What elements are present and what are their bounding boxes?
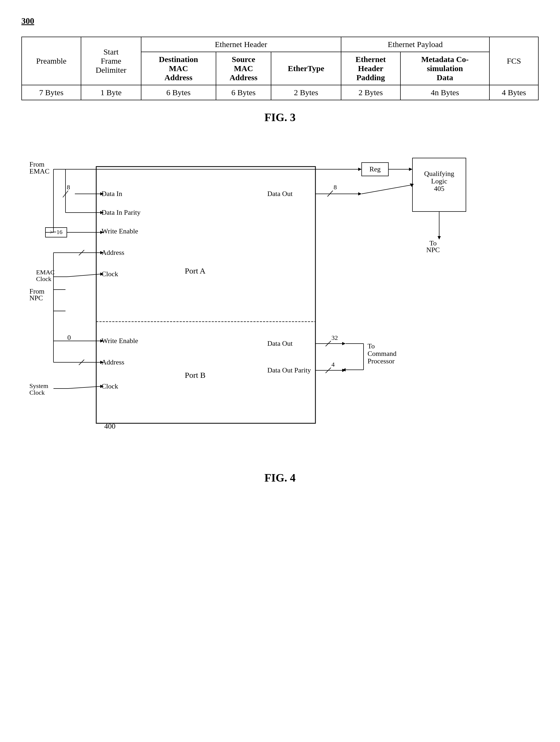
svg-marker-36 — [358, 192, 362, 196]
fcs-header: FCS — [490, 37, 538, 85]
fig4-diagram: Port A Port B Data In 8 Data In Parity W… — [21, 140, 551, 461]
ethernet-frame-table: Preamble StartFrameDelimiter Ethernet He… — [21, 37, 539, 100]
preamble-header: Preamble — [22, 37, 81, 85]
dest-mac-bytes: 6 Bytes — [141, 85, 216, 100]
num-8-data-out: 8 — [334, 184, 337, 191]
port-a-label: Port A — [185, 266, 206, 275]
svg-marker-43 — [438, 236, 441, 240]
svg-marker-40 — [409, 168, 412, 171]
qualifying-logic-label2: Logic — [431, 177, 447, 185]
ethertype-header: EtherType — [271, 52, 341, 85]
src-mac-header: SourceMACAddress — [216, 52, 271, 85]
num-32-label: 32 — [331, 334, 338, 341]
fig3-container: Preamble StartFrameDelimiter Ethernet He… — [21, 37, 539, 100]
port-b-label: Port B — [185, 371, 206, 379]
svg-rect-0 — [96, 167, 316, 423]
eth-padding-bytes: 2 Bytes — [341, 85, 400, 100]
data-out-parity-label: Data Out Parity — [267, 366, 311, 374]
to-npc-label2: NPC — [426, 246, 440, 254]
from-npc-label2: NPC — [30, 294, 43, 302]
src-mac-bytes: 6 Bytes — [216, 85, 271, 100]
svg-marker-48 — [342, 342, 346, 345]
write-enable-porta-label: Write Enable — [102, 227, 138, 235]
svg-line-44 — [362, 185, 412, 194]
from-emac-label: From — [30, 160, 44, 168]
gte16-label: >=16 — [50, 229, 63, 235]
to-command-processor-label3: Processor — [368, 357, 395, 365]
fig4-caption: FIG. 4 — [21, 471, 539, 484]
data-out-portb-label: Data Out — [267, 339, 293, 347]
eth-header-padding-header: EthernetHeaderPadding — [341, 52, 400, 85]
address-porta-label: Address — [102, 249, 124, 256]
fcs-bytes: 4 Bytes — [490, 85, 538, 100]
to-command-processor-label2: Command — [368, 350, 396, 358]
clock-porta-label: Clock — [102, 270, 118, 278]
svg-line-32 — [68, 386, 100, 388]
start-frame-bytes: 1 Byte — [81, 85, 141, 100]
clock-portb-label: Clock — [102, 382, 118, 390]
write-enable-portb-label: Write Enable — [102, 337, 138, 344]
num-4-label: 4 — [331, 361, 335, 368]
num-0-label: 0 — [67, 334, 71, 341]
dest-mac-header: DestinationMACAddress — [141, 52, 216, 85]
preamble-bytes: 7 Bytes — [22, 85, 81, 100]
system-clock-label: System — [30, 382, 48, 389]
from-emac-label2: EMAC — [30, 167, 49, 175]
to-command-processor-label: To — [368, 342, 375, 350]
data-in-parity-label: Data In Parity — [102, 209, 141, 216]
data-in-label: Data In — [102, 190, 122, 198]
ethernet-header-label: Ethernet Header — [141, 37, 341, 52]
metadata-cosim-header: Metadata Co-simulationData — [400, 52, 490, 85]
fig3-caption: FIG. 3 — [21, 111, 539, 124]
system-clock-label2: Clock — [30, 389, 45, 396]
svg-line-13 — [67, 274, 100, 277]
ethernet-payload-label: Ethernet Payload — [341, 37, 490, 52]
start-frame-header: StartFrameDelimiter — [81, 37, 141, 85]
ethertype-bytes: 2 Bytes — [271, 85, 341, 100]
svg-marker-16 — [358, 168, 362, 171]
qualifying-logic-label: Qualifying — [424, 170, 454, 177]
emac-clock-label: EMAC — [36, 269, 55, 276]
figure-reference: 300 — [21, 16, 539, 26]
qualifying-logic-405: 405 — [434, 185, 445, 193]
emac-clock-label2: Clock — [36, 275, 51, 282]
metadata-bytes: 4n Bytes — [400, 85, 490, 100]
reg-label: Reg — [370, 165, 381, 173]
num-8-data-in: 8 — [67, 184, 70, 191]
address-portb-label: Address — [102, 358, 124, 366]
data-out-porta-label: Data Out — [267, 190, 293, 198]
